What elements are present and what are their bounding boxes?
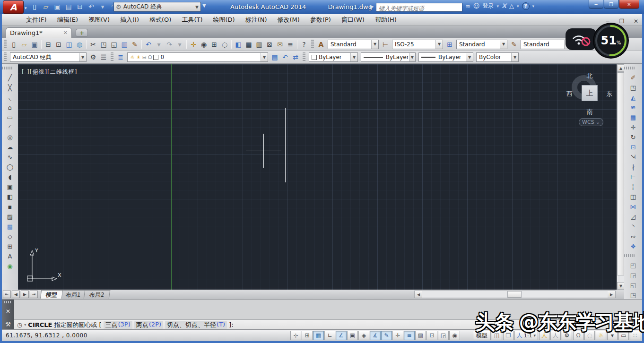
chamfer-icon[interactable]: ◿ [627, 212, 639, 222]
quick-properties-toggle[interactable]: ⊡ [426, 331, 437, 340]
new-file-icon[interactable]: ▯ [29, 1, 40, 12]
sign-in-label[interactable]: 登录 [482, 2, 494, 10]
toolbar-grip[interactable] [311, 40, 314, 49]
add-selected-icon[interactable]: ◉ [4, 261, 16, 271]
table-style-icon[interactable]: ⊞ [444, 39, 455, 50]
drawing-tab[interactable]: Drawing1* ✕ [6, 27, 72, 38]
properties-palette-icon[interactable]: ◧ [233, 39, 244, 50]
workspace-save-icon[interactable]: ☰ [98, 52, 109, 62]
search-input[interactable] [376, 5, 462, 13]
user-icon[interactable]: ☺ [473, 2, 480, 9]
undo-icon[interactable]: ↶ [143, 39, 154, 50]
grid-display-toggle[interactable]: ▦ [313, 331, 324, 340]
lineweight-dropdown[interactable]: ByLayer▼ [418, 52, 473, 62]
plot-style-dropdown[interactable]: ByColor▼ [476, 52, 519, 62]
toolbar-grip[interactable] [303, 52, 305, 62]
drawing-canvas[interactable]: [-][俯视][二维线框] 上 北 南 西 东 WCS ⌄ Y [18, 64, 617, 290]
text-style-dropdown[interactable]: Standard▼ [328, 40, 379, 49]
multileader-style-dropdown[interactable]: Standard▼ [521, 40, 572, 49]
scroll-right-icon[interactable]: ▶ [608, 291, 615, 298]
toolbar-grip[interactable] [111, 52, 113, 62]
spline-icon[interactable]: ∿ [4, 152, 16, 162]
last-tab-icon[interactable]: ⇥ [30, 291, 38, 298]
wcs-dropdown[interactable]: WCS ⌄ [579, 118, 603, 126]
plot-preview-icon[interactable]: ⊡ [53, 39, 64, 50]
polar-tracking-toggle[interactable]: ∠ [336, 331, 347, 340]
dim-style-icon[interactable]: ⊢ [380, 39, 391, 50]
menu-tools[interactable]: 工具(T) [176, 14, 208, 26]
open-icon[interactable]: ▱ [41, 1, 51, 12]
tool-palettes-icon[interactable]: ▥ [254, 39, 264, 50]
sign-in-caret-icon[interactable]: ▾ [496, 4, 499, 9]
region-icon[interactable]: ◇ [4, 232, 16, 241]
trim-icon[interactable]: ∤ [627, 162, 639, 172]
application-menu-button[interactable]: A [3, 0, 24, 14]
command-grip[interactable] [4, 301, 12, 303]
cut-icon[interactable]: ✂ [88, 39, 98, 50]
zoom-window-icon[interactable]: ⊞ [209, 39, 219, 50]
viewcube-south-label[interactable]: 南 [584, 108, 595, 116]
copy-object-icon[interactable]: ◳ [627, 83, 639, 93]
3d-object-snap-toggle[interactable]: ◈ [358, 331, 369, 340]
next-tab-icon[interactable]: ▶ [21, 291, 29, 298]
vertical-scrollbar-thumb[interactable] [617, 72, 624, 275]
3d-dwf-icon[interactable]: ◍ [74, 39, 85, 50]
save-icon[interactable]: ▣ [52, 1, 62, 12]
new-file-icon[interactable]: ▯ [9, 39, 19, 50]
menu-draw[interactable]: 绘图(D) [208, 14, 240, 26]
polygon-icon[interactable]: ⌂ [4, 103, 16, 112]
construction-line-icon[interactable]: ╳ [4, 83, 16, 93]
a360-caret-icon[interactable]: ▾ [517, 4, 519, 9]
ucs-icon[interactable]: Y X [22, 248, 64, 287]
rotate-icon[interactable]: ↻ [627, 132, 639, 142]
ellipse-icon[interactable]: ◯ [4, 162, 16, 172]
fillet-icon[interactable]: ◝ [627, 222, 639, 232]
quick-access-overflow-icon[interactable]: ▼ [202, 3, 206, 8]
circle-icon[interactable]: ◎ [4, 132, 16, 142]
option-2p-chip[interactable]: 两点(2P) [134, 321, 163, 329]
open-icon[interactable]: ▱ [19, 39, 29, 50]
first-tab-icon[interactable]: ⇤ [3, 291, 11, 298]
tab-layout2[interactable]: 布局2 [83, 290, 110, 299]
layer-lock-icon[interactable]: Ω [148, 54, 152, 60]
polyline-icon[interactable]: ◟ [4, 93, 16, 103]
layer-translator-icon[interactable]: ⇄ [290, 52, 301, 62]
send-under-objects-icon[interactable]: ◳ [627, 290, 639, 300]
bring-to-front-icon[interactable]: ◰ [627, 260, 639, 270]
tab-layout1[interactable]: 布局1 [60, 290, 87, 299]
menu-parametric[interactable]: 参数(P) [305, 14, 336, 26]
viewcube-east-label[interactable]: 东 [606, 90, 612, 98]
viewport-controls-label[interactable]: [-][俯视][二维线框] [22, 68, 77, 76]
mirror-icon[interactable]: ◭ [627, 93, 639, 103]
layer-color-swatch[interactable] [153, 55, 158, 60]
point-icon[interactable]: ▪ [4, 202, 16, 212]
infer-constraints-toggle[interactable]: ⊹ [290, 331, 301, 340]
ellipse-arc-icon[interactable]: ◖ [4, 172, 16, 182]
insert-block-icon[interactable]: ▣ [4, 182, 16, 192]
move-icon[interactable]: ✛ [627, 122, 639, 132]
scroll-down-icon[interactable]: ▼ [617, 282, 625, 290]
undo-dropdown-icon[interactable]: ▾ [97, 1, 108, 12]
zoom-realtime-icon[interactable]: ◉ [199, 39, 209, 50]
hatch-icon[interactable]: ▨ [4, 212, 16, 222]
viewcube-west-label[interactable]: 西 [566, 90, 573, 98]
toolbar-grip[interactable] [4, 52, 7, 62]
doc-close-button[interactable]: ✕ [631, 16, 641, 26]
vertical-scrollbar[interactable]: ▲ ▼ [617, 64, 624, 290]
minimize-button[interactable]: ─ [589, 0, 603, 9]
redo-dropdown-icon[interactable]: ▾ [174, 39, 185, 50]
designcenter-icon[interactable]: ▦ [244, 39, 254, 50]
layer-plot-icon[interactable]: ⊟ [142, 54, 147, 60]
annotation-monitor-toggle[interactable]: ◉ [449, 331, 460, 340]
menu-help[interactable]: 帮助(H) [370, 14, 402, 26]
save-as-icon[interactable]: ▤ [63, 1, 74, 12]
dim-style-dropdown[interactable]: ISO-25▼ [392, 40, 443, 49]
toolbar-grip[interactable] [624, 67, 635, 69]
coordinates-readout[interactable]: 61.1675, 91.6312 , 0.0000 [6, 332, 100, 339]
layer-properties-manager-icon[interactable]: ≣ [115, 52, 126, 62]
scale-icon[interactable]: ⊡ [627, 142, 639, 152]
viewcube-north-label[interactable]: 北 [584, 72, 595, 80]
pan-icon[interactable]: ✛ [188, 39, 199, 50]
explode-icon[interactable]: ❖ [627, 241, 639, 251]
ortho-mode-toggle[interactable]: ∟ [324, 331, 335, 340]
